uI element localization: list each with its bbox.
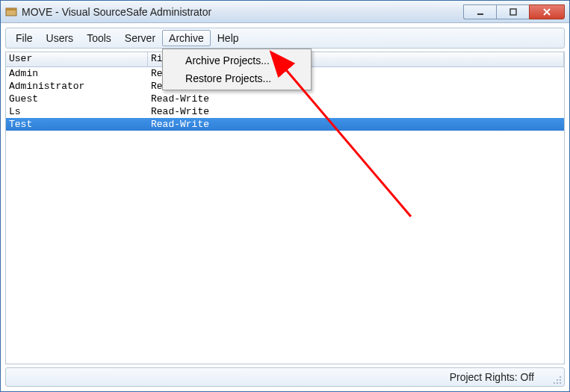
cell-user: Test (6, 118, 148, 131)
svg-point-9 (560, 382, 561, 384)
svg-point-5 (557, 379, 558, 381)
menu-archive[interactable]: Archive Archive Projects... Restore Proj… (162, 30, 211, 46)
column-header-user[interactable]: User (6, 52, 148, 66)
menu-server[interactable]: Server (118, 30, 162, 46)
archive-dropdown: Archive Projects... Restore Projects... (162, 49, 312, 90)
svg-point-4 (560, 376, 561, 378)
cell-user: Administrator (6, 80, 148, 93)
menu-users[interactable]: Users (40, 30, 81, 46)
statusbar: Project Rights: Off (5, 367, 565, 387)
menu-archive-label: Archive (169, 32, 204, 44)
menubar: File Users Tools Server Archive Archive … (5, 28, 565, 49)
cell-user: Admin (6, 67, 148, 80)
menu-file[interactable]: File (9, 30, 40, 46)
table-row[interactable]: Ls Read-Write (6, 105, 564, 118)
svg-point-7 (554, 382, 555, 384)
menu-archive-projects[interactable]: Archive Projects... (164, 52, 309, 69)
table-row[interactable]: Guest Read-Write (6, 93, 564, 105)
user-list-panel: User Rights Admin Read-Write Administrat… (5, 52, 565, 364)
resize-grip-icon[interactable] (551, 374, 562, 385)
table-row[interactable]: Test Read-Write (6, 118, 564, 131)
cell-rights: Read-Write (148, 105, 564, 118)
menu-tools[interactable]: Tools (80, 30, 118, 46)
menubar-container: File Users Tools Server Archive Archive … (1, 23, 569, 50)
cell-rights: Read-Write (148, 118, 564, 131)
minimize-button[interactable] (463, 4, 496, 19)
window-title: MOVE - Visual SourceSafe Administrator (22, 6, 463, 18)
main-window: MOVE - Visual SourceSafe Administrator F… (0, 0, 570, 392)
svg-rect-2 (477, 13, 483, 15)
svg-point-6 (560, 379, 561, 381)
menu-help[interactable]: Help (211, 30, 246, 46)
titlebar[interactable]: MOVE - Visual SourceSafe Administrator (1, 1, 569, 23)
close-button[interactable] (529, 4, 565, 19)
svg-point-8 (557, 382, 558, 384)
maximize-button[interactable] (496, 4, 529, 19)
svg-rect-3 (510, 9, 516, 15)
cell-user: Guest (6, 93, 148, 105)
table-body[interactable]: Admin Read-Write Administrator Read-Writ… (6, 67, 564, 364)
status-text: Project Rights: Off (450, 371, 534, 383)
window-controls (463, 4, 565, 19)
svg-rect-1 (6, 8, 16, 10)
cell-user: Ls (6, 105, 148, 118)
app-icon (5, 6, 17, 18)
menu-restore-projects[interactable]: Restore Projects... (164, 69, 309, 87)
cell-rights: Read-Write (148, 93, 564, 105)
